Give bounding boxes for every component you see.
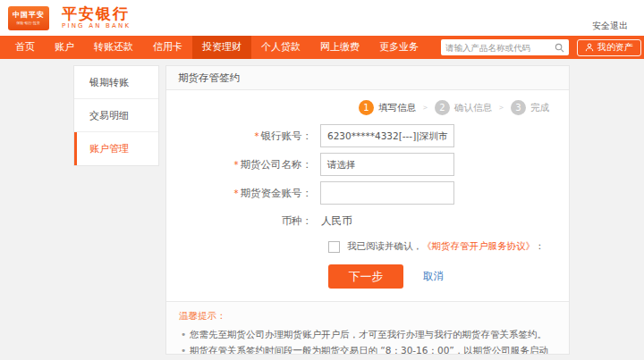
required-mark: * xyxy=(255,131,259,141)
nav-item-payment[interactable]: 网上缴费 xyxy=(310,36,369,59)
agreement-row: 我已阅读并确认， 《期货存管开户服务协议》 ： xyxy=(328,240,569,253)
search-input[interactable] xyxy=(445,43,555,53)
tips-item: 期货存管关系签约时间段一般为期货交易日的 “8：30-16：00”，以期货公司服… xyxy=(179,342,556,355)
nav-item-more[interactable]: 更多业务 xyxy=(369,36,428,59)
action-buttons: 下一步 取消 xyxy=(328,264,569,289)
tips-title: 温馨提示： xyxy=(179,310,556,322)
step-indicator: 1 填写信息 ＞ 2 确认信息 ＞ 3 完成 xyxy=(166,100,569,115)
page-content: 银期转账 交易明细 账户管理 期货存管签约 1 填写信息 ＞ 2 确认信息 ＞ … xyxy=(0,59,644,360)
main-nav: 首页 账户 转账还款 信用卡 投资理财 个人贷款 网上缴费 更多业务 我的资产 … xyxy=(0,36,644,59)
step-separator-icon: ＞ xyxy=(421,102,429,113)
futures-company-label-text: 期货公司名称： xyxy=(241,158,313,171)
step-fill-info: 1 填写信息 xyxy=(359,100,416,115)
sidebar-item-bank-futures-transfer[interactable]: 银期转账 xyxy=(74,66,158,99)
step-1-label: 填写信息 xyxy=(378,102,416,114)
sidebar-item-transaction-detail[interactable]: 交易明细 xyxy=(74,99,158,132)
top-header: 中国平安 保险·银行·投资 平安银行 PING AN BANK 安全退出 xyxy=(0,0,644,36)
required-mark: * xyxy=(234,188,239,198)
search-icon[interactable] xyxy=(555,43,564,53)
my-assets-label: 我的资产 xyxy=(597,41,633,54)
logo-badge-subtext: 保险·银行·投资 xyxy=(17,21,41,25)
bank-account-label: *银行账号： xyxy=(166,130,320,143)
agreement-suffix: ： xyxy=(535,240,545,253)
futures-company-row: *期货公司名称： 请选择 xyxy=(166,153,569,176)
nav-item-account[interactable]: 账户 xyxy=(45,36,84,59)
next-step-button[interactable]: 下一步 xyxy=(328,264,403,289)
currency-value: 人民币 xyxy=(320,214,352,228)
bank-name-block: 平安银行 PING AN BANK xyxy=(62,5,131,30)
bank-name-en: PING AN BANK xyxy=(62,22,131,30)
nav-item-investment[interactable]: 投资理财 xyxy=(192,36,251,59)
step-separator-icon: ＞ xyxy=(497,102,505,113)
sidebar-menu: 银期转账 交易明细 账户管理 xyxy=(73,65,159,166)
required-mark: * xyxy=(234,160,239,170)
currency-row: 币种： 人民币 xyxy=(166,214,569,228)
agreement-link[interactable]: 《期货存管开户服务协议》 xyxy=(422,240,535,253)
futures-company-select[interactable]: 请选择 xyxy=(320,153,454,176)
pingan-logo-badge: 中国平安 保险·银行·投资 xyxy=(8,6,49,30)
step-3-circle: 3 xyxy=(511,100,526,115)
step-1-circle: 1 xyxy=(359,100,374,115)
bank-account-select[interactable]: 6230*****4332[---]|深圳市 xyxy=(320,124,454,147)
agreement-text: 我已阅读并确认， xyxy=(347,240,422,253)
futures-account-input[interactable] xyxy=(320,181,454,205)
agreement-checkbox[interactable] xyxy=(328,241,340,253)
product-search-box[interactable] xyxy=(441,39,569,55)
futures-account-row: *期货资金账号： xyxy=(166,181,569,205)
futures-custody-panel: 期货存管签约 1 填写信息 ＞ 2 确认信息 ＞ 3 完成 *银行 xyxy=(165,65,570,355)
step-2-circle: 2 xyxy=(435,100,450,115)
step-2-label: 确认信息 xyxy=(454,102,492,114)
warm-tips-section: 温馨提示： 您需先至期货公司办理期货账户开户后，才可至我行办理与我行的期货存管关… xyxy=(166,301,569,355)
futures-account-label: *期货资金账号： xyxy=(166,187,320,200)
bank-account-label-text: 银行账号： xyxy=(261,130,313,142)
tips-list: 您需先至期货公司办理期货账户开户后，才可至我行办理与我行的期货存管关系签约。 期… xyxy=(179,326,556,355)
logo-badge-text: 中国平安 xyxy=(13,11,45,20)
nav-item-credit-card[interactable]: 信用卡 xyxy=(143,36,192,59)
bank-account-row: *银行账号： 6230*****4332[---]|深圳市 xyxy=(166,124,569,147)
nav-item-home[interactable]: 首页 xyxy=(5,36,45,59)
sidebar-item-account-management[interactable]: 账户管理 xyxy=(74,132,158,165)
futures-company-label: *期货公司名称： xyxy=(166,158,320,172)
logout-link[interactable]: 安全退出 xyxy=(592,20,628,32)
futures-account-label-text: 期货资金账号： xyxy=(241,187,313,199)
step-done: 3 完成 xyxy=(511,100,549,115)
cancel-link[interactable]: 取消 xyxy=(423,270,444,283)
panel-title: 期货存管签约 xyxy=(166,66,569,90)
step-confirm-info: 2 确认信息 xyxy=(435,100,492,115)
currency-label: 币种： xyxy=(166,214,320,228)
bank-name-cn: 平安银行 xyxy=(62,5,131,22)
panel-body: 1 填写信息 ＞ 2 确认信息 ＞ 3 完成 *银行账号： 6230*****4… xyxy=(166,90,569,355)
bank-logo: 中国平安 保险·银行·投资 平安银行 PING AN BANK xyxy=(8,5,131,30)
nav-item-transfer[interactable]: 转账还款 xyxy=(84,36,143,59)
person-icon xyxy=(585,43,594,52)
nav-item-loan[interactable]: 个人贷款 xyxy=(251,36,310,59)
step-3-label: 完成 xyxy=(530,102,549,114)
tips-item: 您需先至期货公司办理期货账户开户后，才可至我行办理与我行的期货存管关系签约。 xyxy=(179,326,556,342)
my-assets-button[interactable]: 我的资产 xyxy=(577,39,641,56)
